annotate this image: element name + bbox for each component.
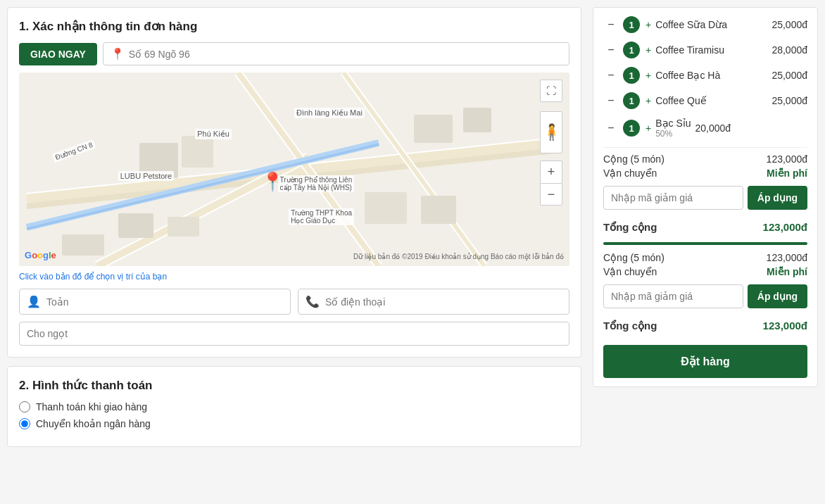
divider-1 xyxy=(603,147,807,148)
coupon-input-2[interactable] xyxy=(603,284,743,308)
shipping-value-2: Miễn phí xyxy=(767,266,807,277)
phone-field-wrapper: 📞 xyxy=(298,289,569,315)
map-svg xyxy=(19,73,569,266)
map-expand-button[interactable]: ⛶ xyxy=(540,80,562,102)
subtotal-row-2: Cộng (5 món) 123,000đ xyxy=(603,252,807,263)
subtotal-label-1: Cộng (5 món) xyxy=(603,153,665,165)
payment-radio-bank[interactable] xyxy=(19,418,30,429)
qty-circle-2: 1 xyxy=(623,42,640,58)
item-name-1: Coffee Sữa Dừa xyxy=(655,19,767,30)
item-price-2: 28,000đ xyxy=(772,44,807,56)
section1-title: 1. Xác nhận thông tin đơn hàng xyxy=(19,19,569,34)
apply-coupon-button-2[interactable]: Áp dụng xyxy=(748,284,807,308)
subtotal-row-1: Cộng (5 món) 123,000đ xyxy=(603,153,807,165)
person-icon: 👤 xyxy=(27,295,41,308)
svg-rect-12 xyxy=(62,234,104,256)
shipping-row-2: Vận chuyển Miễn phí xyxy=(603,266,807,277)
qty-circle-1: 1 xyxy=(623,16,640,33)
map-label-dinh-lang: Đình làng Kiều Mai xyxy=(294,108,365,118)
payment-radio-cod[interactable] xyxy=(19,401,30,412)
total-value-1: 123,000đ xyxy=(763,221,807,234)
address-input[interactable] xyxy=(129,49,562,60)
item-name-5-wrapper: Bạc Sỉu 50% xyxy=(655,118,691,139)
shipping-value-1: Miễn phí xyxy=(767,168,807,179)
name-field-wrapper: 👤 xyxy=(19,289,291,315)
plus-icon-4: + xyxy=(645,95,651,106)
item-name-2: Coffee Tiramisu xyxy=(655,44,767,56)
item-discount-5: 50% xyxy=(655,129,691,139)
map-container[interactable]: Đình làng Kiều Mai Phú Kiều LUBU Petstor… xyxy=(19,73,569,266)
coupon-row-2: Áp dụng xyxy=(603,284,807,308)
notes-field-wrapper xyxy=(19,322,569,346)
svg-rect-13 xyxy=(118,213,153,238)
payment-label-bank: Chuyển khoản ngân hàng xyxy=(36,418,151,429)
section2-title: 2. Hình thức thanh toán xyxy=(19,378,569,393)
svg-rect-14 xyxy=(168,217,199,237)
qty-circle-5: 1 xyxy=(623,120,640,137)
total-row-1: Tổng cộng 123,000đ xyxy=(603,217,807,238)
order-item-5: − 1 + Bạc Sỉu 50% 20,000đ xyxy=(603,118,807,139)
map-label-lubu: LUBU Petstore xyxy=(118,171,174,181)
plus-icon-1: + xyxy=(645,19,651,30)
map-click-hint[interactable]: Click vào bản đồ để chọn vị trí của bạn xyxy=(19,272,569,282)
total-label-1: Tổng cộng xyxy=(603,221,657,234)
zoom-out-button[interactable]: − xyxy=(540,183,562,206)
item-price-3: 25,000đ xyxy=(772,70,807,81)
order-item-2: − 1 + Coffee Tiramisu 28,000đ xyxy=(603,42,807,58)
google-logo: Google xyxy=(25,250,56,260)
item-name-4: Coffee Quế xyxy=(655,95,767,106)
total-row-2: Tổng cộng 123,000đ xyxy=(603,315,807,336)
shipping-label-1: Vận chuyển xyxy=(603,168,657,179)
svg-rect-15 xyxy=(414,115,453,143)
notes-input[interactable] xyxy=(27,328,562,339)
deliver-now-button[interactable]: GIAO NGAY xyxy=(19,43,97,65)
zoom-controls: + − xyxy=(540,160,562,206)
decrease-qty-1[interactable]: − xyxy=(603,17,619,32)
payment-option-cod: Thanh toán khi giao hàng xyxy=(19,401,569,412)
total-value-2: 123,000đ xyxy=(763,320,807,332)
subtotal-value-2: 123,000đ xyxy=(767,252,807,263)
coupon-input-1[interactable] xyxy=(603,186,743,210)
phone-input[interactable] xyxy=(325,296,562,308)
order-item-1: − 1 + Coffee Sữa Dừa 25,000đ xyxy=(603,16,807,33)
svg-rect-20 xyxy=(182,136,213,168)
zoom-in-button[interactable]: + xyxy=(540,160,562,183)
plus-icon-5: + xyxy=(645,122,651,134)
decrease-qty-2[interactable]: − xyxy=(603,42,619,58)
phone-icon: 📞 xyxy=(306,295,320,308)
qty-circle-3: 1 xyxy=(623,67,640,84)
decrease-qty-5[interactable]: − xyxy=(603,120,619,136)
item-name-5: Bạc Sỉu xyxy=(655,118,691,129)
pin-icon: 📍 xyxy=(111,47,125,61)
map-label-truong-thpt: Trường THPT KhoaHọc Giáo Dục xyxy=(289,208,354,225)
payment-label-cod: Thanh toán khi giao hàng xyxy=(36,401,147,412)
svg-rect-17 xyxy=(365,192,407,224)
total-label-2: Tổng cộng xyxy=(603,320,657,332)
green-bar-1 xyxy=(603,242,807,245)
plus-icon-2: + xyxy=(645,44,651,56)
payment-option-bank: Chuyển khoản ngân hàng xyxy=(19,418,569,429)
svg-rect-18 xyxy=(421,196,456,224)
order-item-4: − 1 + Coffee Quế 25,000đ xyxy=(603,92,807,109)
subtotal-label-2: Cộng (5 món) xyxy=(603,252,665,263)
apply-coupon-button-1[interactable]: Áp dụng xyxy=(748,186,807,210)
shipping-row-1: Vận chuyển Miễn phí xyxy=(603,168,807,179)
street-view-button[interactable]: 🧍 xyxy=(540,111,562,153)
svg-rect-16 xyxy=(463,108,491,132)
map-label-truong-lien-cap: Trường Phổ thông Liêncấp Tây Hà Nội (WHS… xyxy=(278,175,355,192)
order-item-3: − 1 + Coffee Bạc Hà 25,000đ xyxy=(603,67,807,84)
decrease-qty-3[interactable]: − xyxy=(603,68,619,83)
coupon-row-1: Áp dụng xyxy=(603,186,807,210)
map-label-phu-kieu: Phú Kiều xyxy=(195,129,232,139)
plus-icon-3: + xyxy=(645,70,651,81)
map-pin: 📍 xyxy=(261,171,284,193)
name-input[interactable] xyxy=(46,296,283,308)
item-price-5: 20,000đ xyxy=(695,122,731,134)
subtotal-value-1: 123,000đ xyxy=(767,153,807,165)
shipping-label-2: Vận chuyển xyxy=(603,266,657,277)
decrease-qty-4[interactable]: − xyxy=(603,93,619,108)
place-order-button[interactable]: Đặt hàng xyxy=(603,345,807,378)
item-price-4: 25,000đ xyxy=(772,95,807,106)
item-price-1: 25,000đ xyxy=(772,19,807,30)
item-name-3: Coffee Bạc Hà xyxy=(655,70,767,81)
